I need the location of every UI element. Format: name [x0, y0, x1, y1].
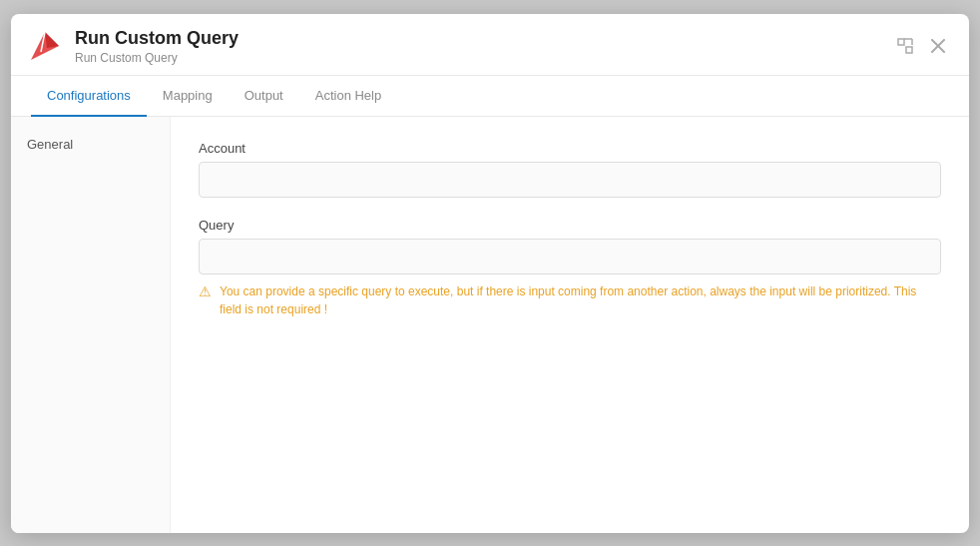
modal-subtitle: Run Custom Query — [75, 51, 893, 65]
tab-mapping[interactable]: Mapping — [147, 76, 229, 117]
account-input[interactable] — [199, 162, 941, 198]
hint-warning-icon: ⚠ — [199, 283, 212, 299]
modal-overlay: Run Custom Query Run Custom Query — [0, 0, 980, 546]
hint-text: You can provide a specific query to exec… — [220, 282, 941, 318]
tab-configurations[interactable]: Configurations — [31, 76, 147, 117]
modal-header: Run Custom Query Run Custom Query — [11, 14, 969, 77]
content-area: Account Query ⚠ You can provide a specif… — [171, 117, 969, 532]
sidebar: General — [11, 117, 171, 532]
query-input[interactable] — [199, 239, 941, 274]
sidebar-item-general[interactable]: General — [11, 129, 170, 160]
close-icon — [931, 39, 945, 53]
account-label: Account — [199, 141, 941, 156]
account-field-group: Account — [199, 141, 941, 198]
query-field-group: Query ⚠ You can provide a specific query… — [199, 218, 941, 318]
svg-rect-4 — [906, 47, 912, 53]
tab-action-help[interactable]: Action Help — [299, 76, 397, 117]
modal-body: General Account Query ⚠ You can provide … — [11, 117, 969, 532]
modal-controls — [893, 34, 949, 58]
query-hint: ⚠ You can provide a specific query to ex… — [199, 282, 941, 318]
query-label: Query — [199, 218, 941, 233]
svg-rect-3 — [898, 39, 904, 45]
app-logo-icon — [27, 28, 63, 64]
expand-icon — [897, 38, 913, 54]
tab-output[interactable]: Output — [229, 76, 299, 117]
modal-title: Run Custom Query — [75, 28, 893, 50]
expand-button[interactable] — [893, 34, 917, 58]
tabs-bar: Configurations Mapping Output Action Hel… — [11, 76, 969, 117]
title-group: Run Custom Query Run Custom Query — [75, 28, 893, 66]
svg-marker-1 — [45, 32, 59, 48]
modal-container: Run Custom Query Run Custom Query — [11, 14, 969, 533]
close-button[interactable] — [927, 35, 949, 57]
